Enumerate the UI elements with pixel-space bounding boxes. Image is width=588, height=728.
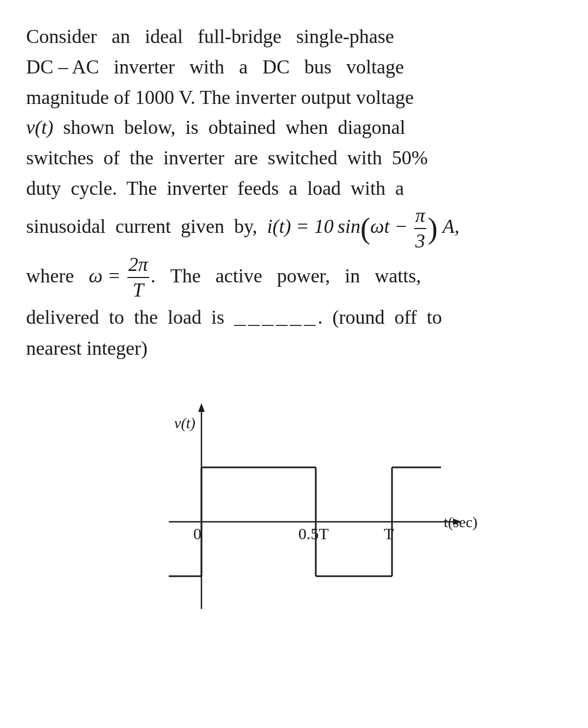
paragraph-line4: v(t) shown below, is obtained when diago… <box>26 116 406 138</box>
paragraph-line10: nearest integer) <box>26 337 148 359</box>
label-zero: 0 <box>193 525 201 542</box>
paragraph-line6: duty cycle. The inverter feeds a load wi… <box>26 177 404 199</box>
answer-blank: ______ <box>234 307 318 330</box>
graph-container: 0 0.5T T t(sec) v(t) <box>26 391 562 636</box>
paragraph-line7: sinusoidal current given by, i(t) = 10 s… <box>26 215 460 237</box>
x-axis-label: t(sec) <box>444 514 477 530</box>
problem-text: Consider an ideal full-bridge single-pha… <box>26 22 562 364</box>
paragraph-line8: where ω = 2πT. The active power, in watt… <box>26 265 421 287</box>
paragraph-line3: magnitude of 1000 V. The inverter output… <box>26 87 414 108</box>
y-axis-label: v(t) <box>174 415 195 431</box>
label-t: T <box>384 525 394 542</box>
paragraph-line9: delivered to the load is ______. (round … <box>26 306 442 328</box>
paragraph-line2: DC – AC inverter with a DC bus voltage <box>26 56 404 78</box>
paragraph-line1: Consider an ideal full-bridge single-pha… <box>26 26 394 47</box>
waveform-graph: 0 0.5T T t(sec) v(t) <box>103 391 485 636</box>
paragraph-line5: switches of the inverter are switched wi… <box>26 147 428 169</box>
y-axis-arrow <box>198 403 205 412</box>
label-half-t: 0.5T <box>298 525 329 542</box>
